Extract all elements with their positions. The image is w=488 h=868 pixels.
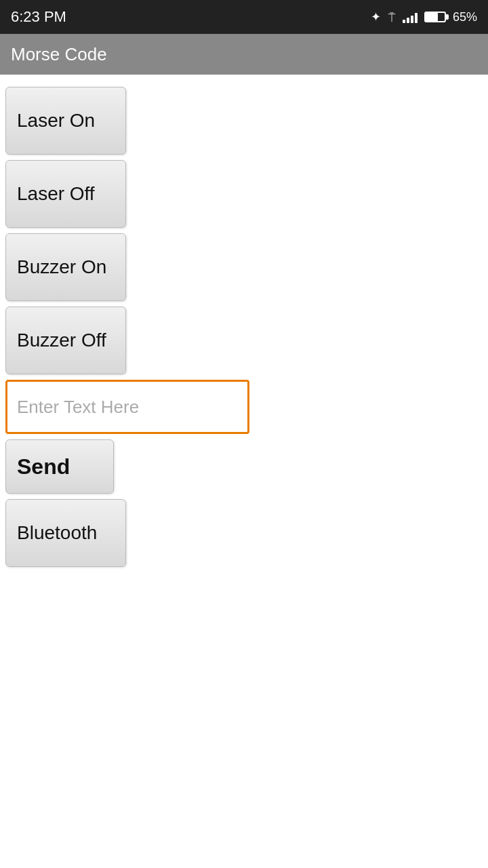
battery-percentage: 65% <box>453 10 477 24</box>
wifi-icon: ⍑ <box>388 9 396 25</box>
text-input[interactable] <box>5 380 249 434</box>
text-input-container <box>5 380 249 434</box>
bluetooth-icon: ✦ <box>371 9 381 24</box>
status-icons: ✦ ⍑ 65% <box>371 9 477 25</box>
signal-bars-icon <box>403 11 418 23</box>
app-bar: Morse Code <box>0 34 488 75</box>
main-content: Laser On Laser Off Buzzer On Buzzer Off … <box>0 75 488 567</box>
app-title: Morse Code <box>11 44 107 65</box>
laser-off-button[interactable]: Laser Off <box>5 160 126 228</box>
laser-on-button[interactable]: Laser On <box>5 87 126 155</box>
bluetooth-button[interactable]: Bluetooth <box>5 499 126 567</box>
status-time: 6:23 PM <box>11 8 66 26</box>
buzzer-off-button[interactable]: Buzzer Off <box>5 307 126 374</box>
battery-icon <box>424 12 446 22</box>
status-bar: 6:23 PM ✦ ⍑ 65% <box>0 0 488 34</box>
send-button[interactable]: Send <box>5 439 114 494</box>
buzzer-on-button[interactable]: Buzzer On <box>5 233 126 301</box>
